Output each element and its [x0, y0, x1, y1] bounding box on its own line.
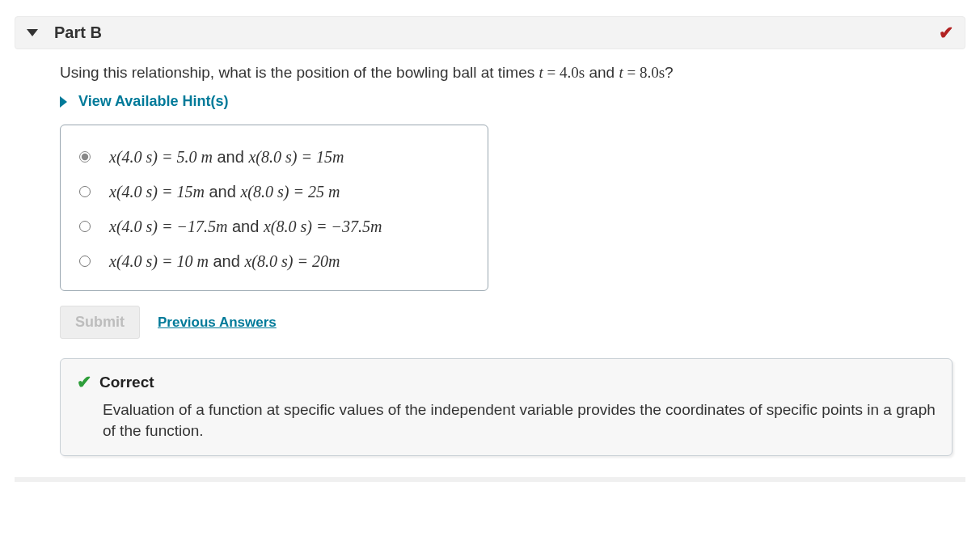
- option-row[interactable]: x(4.0 s) = 10 m and x(8.0 s) = 20m: [72, 244, 476, 279]
- option-radio[interactable]: [79, 221, 91, 232]
- feedback-header: ✔ Correct: [77, 372, 936, 393]
- caret-right-icon: [60, 96, 67, 108]
- question-prefix: Using this relationship, what is the pos…: [60, 64, 539, 81]
- question-text: Using this relationship, what is the pos…: [60, 64, 953, 82]
- check-icon: ✔: [939, 23, 953, 44]
- submit-button[interactable]: Submit: [60, 306, 140, 339]
- option-row[interactable]: x(4.0 s) = −17.5m and x(8.0 s) = −37.5m: [72, 209, 476, 244]
- option-radio[interactable]: [79, 151, 91, 163]
- question-suffix: ?: [665, 64, 674, 81]
- option-x2: x(8.0 s) = 25 m: [240, 183, 340, 201]
- option-text: x(4.0 s) = 5.0 m and x(8.0 s) = 15m: [109, 148, 344, 167]
- option-conj: and: [217, 148, 243, 166]
- feedback-status: Correct: [99, 374, 154, 391]
- feedback-box: ✔ Correct Evaluation of a function at sp…: [60, 358, 953, 456]
- option-radio[interactable]: [79, 186, 91, 197]
- option-conj: and: [232, 218, 259, 235]
- part-title: Part B: [54, 23, 102, 42]
- option-text: x(4.0 s) = −17.5m and x(8.0 s) = −37.5m: [109, 218, 382, 236]
- option-x1: x(4.0 s) = 10 m: [109, 252, 209, 270]
- part-header[interactable]: Part B ✔: [15, 16, 965, 49]
- caret-down-icon: [27, 29, 38, 36]
- option-x1: x(4.0 s) = 15m: [109, 183, 205, 201]
- option-x2: x(8.0 s) = −37.5m: [264, 218, 382, 235]
- question-mid: and: [589, 64, 619, 81]
- option-text: x(4.0 s) = 10 m and x(8.0 s) = 20m: [109, 252, 340, 271]
- section-divider: [15, 477, 965, 482]
- check-icon: ✔: [77, 372, 91, 393]
- option-conj: and: [209, 183, 235, 201]
- option-row[interactable]: x(4.0 s) = 5.0 m and x(8.0 s) = 15m: [72, 140, 476, 175]
- option-row[interactable]: x(4.0 s) = 15m and x(8.0 s) = 25 m: [72, 175, 476, 209]
- option-conj: and: [213, 252, 239, 270]
- action-row: Submit Previous Answers: [60, 306, 953, 339]
- part-body: Using this relationship, what is the pos…: [15, 64, 965, 456]
- previous-answers-link[interactable]: Previous Answers: [158, 315, 277, 331]
- option-x1: x(4.0 s) = −17.5m: [109, 218, 227, 235]
- eq-t1: = 4.0s: [543, 64, 585, 81]
- option-radio[interactable]: [79, 256, 91, 267]
- option-x2: x(8.0 s) = 20m: [244, 252, 340, 270]
- eq-t2: = 8.0s: [623, 64, 665, 81]
- hints-label: View Available Hint(s): [78, 93, 228, 110]
- option-x1: x(4.0 s) = 5.0 m: [109, 148, 213, 166]
- option-x2: x(8.0 s) = 15m: [248, 148, 344, 166]
- option-text: x(4.0 s) = 15m and x(8.0 s) = 25 m: [109, 183, 340, 201]
- hints-toggle[interactable]: View Available Hint(s): [60, 93, 953, 110]
- options-box: x(4.0 s) = 5.0 m and x(8.0 s) = 15m x(4.…: [60, 125, 488, 291]
- feedback-text: Evaluation of a function at specific val…: [77, 399, 936, 441]
